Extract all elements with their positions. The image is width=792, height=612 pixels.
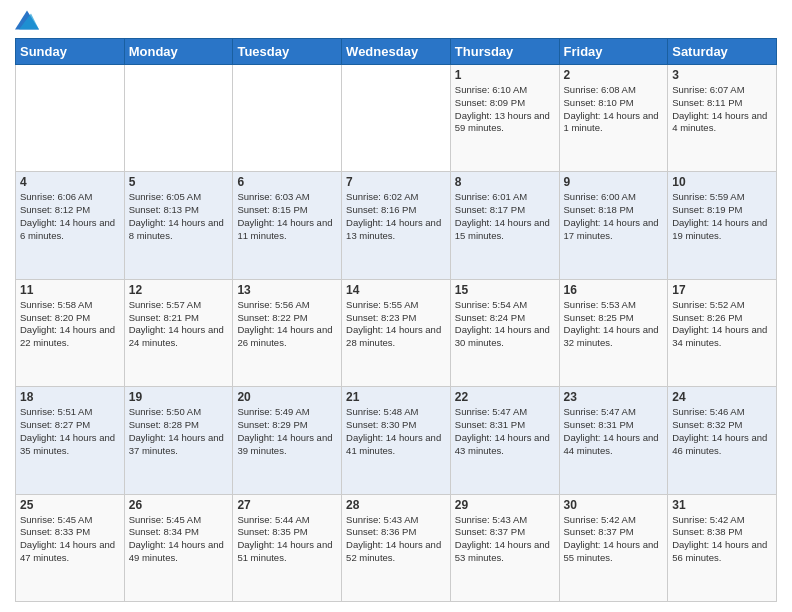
day-number: 4 [20, 175, 120, 189]
day-detail: Sunrise: 6:01 AM Sunset: 8:17 PM Dayligh… [455, 191, 555, 242]
day-detail: Sunrise: 6:07 AM Sunset: 8:11 PM Dayligh… [672, 84, 772, 135]
week-row: 25Sunrise: 5:45 AM Sunset: 8:33 PM Dayli… [16, 494, 777, 601]
weekday-header: Tuesday [233, 39, 342, 65]
day-cell: 24Sunrise: 5:46 AM Sunset: 8:32 PM Dayli… [668, 387, 777, 494]
day-number: 8 [455, 175, 555, 189]
day-detail: Sunrise: 6:02 AM Sunset: 8:16 PM Dayligh… [346, 191, 446, 242]
day-cell: 6Sunrise: 6:03 AM Sunset: 8:15 PM Daylig… [233, 172, 342, 279]
day-number: 18 [20, 390, 120, 404]
day-cell: 1Sunrise: 6:10 AM Sunset: 8:09 PM Daylig… [450, 65, 559, 172]
day-detail: Sunrise: 5:43 AM Sunset: 8:37 PM Dayligh… [455, 514, 555, 565]
day-number: 20 [237, 390, 337, 404]
day-cell: 3Sunrise: 6:07 AM Sunset: 8:11 PM Daylig… [668, 65, 777, 172]
day-cell: 22Sunrise: 5:47 AM Sunset: 8:31 PM Dayli… [450, 387, 559, 494]
day-number: 15 [455, 283, 555, 297]
day-cell: 17Sunrise: 5:52 AM Sunset: 8:26 PM Dayli… [668, 279, 777, 386]
logo-icon [15, 10, 39, 30]
day-cell: 9Sunrise: 6:00 AM Sunset: 8:18 PM Daylig… [559, 172, 668, 279]
day-number: 2 [564, 68, 664, 82]
day-number: 7 [346, 175, 446, 189]
day-cell: 15Sunrise: 5:54 AM Sunset: 8:24 PM Dayli… [450, 279, 559, 386]
day-number: 31 [672, 498, 772, 512]
day-cell: 26Sunrise: 5:45 AM Sunset: 8:34 PM Dayli… [124, 494, 233, 601]
day-cell: 4Sunrise: 6:06 AM Sunset: 8:12 PM Daylig… [16, 172, 125, 279]
day-cell: 27Sunrise: 5:44 AM Sunset: 8:35 PM Dayli… [233, 494, 342, 601]
weekday-header: Wednesday [342, 39, 451, 65]
day-number: 17 [672, 283, 772, 297]
day-cell: 11Sunrise: 5:58 AM Sunset: 8:20 PM Dayli… [16, 279, 125, 386]
day-cell [233, 65, 342, 172]
day-detail: Sunrise: 6:08 AM Sunset: 8:10 PM Dayligh… [564, 84, 664, 135]
day-detail: Sunrise: 5:56 AM Sunset: 8:22 PM Dayligh… [237, 299, 337, 350]
day-detail: Sunrise: 5:45 AM Sunset: 8:34 PM Dayligh… [129, 514, 229, 565]
weekday-header: Friday [559, 39, 668, 65]
day-detail: Sunrise: 5:55 AM Sunset: 8:23 PM Dayligh… [346, 299, 446, 350]
weekday-header: Thursday [450, 39, 559, 65]
day-detail: Sunrise: 5:44 AM Sunset: 8:35 PM Dayligh… [237, 514, 337, 565]
day-cell: 20Sunrise: 5:49 AM Sunset: 8:29 PM Dayli… [233, 387, 342, 494]
day-number: 29 [455, 498, 555, 512]
day-detail: Sunrise: 6:00 AM Sunset: 8:18 PM Dayligh… [564, 191, 664, 242]
day-number: 1 [455, 68, 555, 82]
day-number: 9 [564, 175, 664, 189]
day-cell: 16Sunrise: 5:53 AM Sunset: 8:25 PM Dayli… [559, 279, 668, 386]
day-detail: Sunrise: 5:42 AM Sunset: 8:37 PM Dayligh… [564, 514, 664, 565]
logo [15, 10, 41, 30]
day-detail: Sunrise: 5:48 AM Sunset: 8:30 PM Dayligh… [346, 406, 446, 457]
day-number: 16 [564, 283, 664, 297]
calendar-body: 1Sunrise: 6:10 AM Sunset: 8:09 PM Daylig… [16, 65, 777, 602]
day-cell: 30Sunrise: 5:42 AM Sunset: 8:37 PM Dayli… [559, 494, 668, 601]
day-cell: 10Sunrise: 5:59 AM Sunset: 8:19 PM Dayli… [668, 172, 777, 279]
day-detail: Sunrise: 5:46 AM Sunset: 8:32 PM Dayligh… [672, 406, 772, 457]
day-number: 22 [455, 390, 555, 404]
day-number: 13 [237, 283, 337, 297]
day-number: 19 [129, 390, 229, 404]
day-detail: Sunrise: 5:45 AM Sunset: 8:33 PM Dayligh… [20, 514, 120, 565]
day-cell: 18Sunrise: 5:51 AM Sunset: 8:27 PM Dayli… [16, 387, 125, 494]
day-cell: 2Sunrise: 6:08 AM Sunset: 8:10 PM Daylig… [559, 65, 668, 172]
day-cell: 13Sunrise: 5:56 AM Sunset: 8:22 PM Dayli… [233, 279, 342, 386]
day-number: 5 [129, 175, 229, 189]
day-detail: Sunrise: 5:49 AM Sunset: 8:29 PM Dayligh… [237, 406, 337, 457]
day-detail: Sunrise: 5:57 AM Sunset: 8:21 PM Dayligh… [129, 299, 229, 350]
week-row: 11Sunrise: 5:58 AM Sunset: 8:20 PM Dayli… [16, 279, 777, 386]
day-cell: 8Sunrise: 6:01 AM Sunset: 8:17 PM Daylig… [450, 172, 559, 279]
day-number: 26 [129, 498, 229, 512]
day-number: 23 [564, 390, 664, 404]
day-number: 11 [20, 283, 120, 297]
day-detail: Sunrise: 5:59 AM Sunset: 8:19 PM Dayligh… [672, 191, 772, 242]
week-row: 18Sunrise: 5:51 AM Sunset: 8:27 PM Dayli… [16, 387, 777, 494]
day-number: 21 [346, 390, 446, 404]
day-detail: Sunrise: 6:10 AM Sunset: 8:09 PM Dayligh… [455, 84, 555, 135]
calendar-header: SundayMondayTuesdayWednesdayThursdayFrid… [16, 39, 777, 65]
day-number: 6 [237, 175, 337, 189]
day-cell [16, 65, 125, 172]
day-detail: Sunrise: 6:03 AM Sunset: 8:15 PM Dayligh… [237, 191, 337, 242]
day-number: 3 [672, 68, 772, 82]
weekday-header: Sunday [16, 39, 125, 65]
day-number: 10 [672, 175, 772, 189]
day-detail: Sunrise: 5:54 AM Sunset: 8:24 PM Dayligh… [455, 299, 555, 350]
day-cell: 12Sunrise: 5:57 AM Sunset: 8:21 PM Dayli… [124, 279, 233, 386]
day-cell: 7Sunrise: 6:02 AM Sunset: 8:16 PM Daylig… [342, 172, 451, 279]
day-cell: 23Sunrise: 5:47 AM Sunset: 8:31 PM Dayli… [559, 387, 668, 494]
header [15, 10, 777, 30]
day-cell: 29Sunrise: 5:43 AM Sunset: 8:37 PM Dayli… [450, 494, 559, 601]
day-number: 27 [237, 498, 337, 512]
day-cell: 28Sunrise: 5:43 AM Sunset: 8:36 PM Dayli… [342, 494, 451, 601]
day-detail: Sunrise: 5:42 AM Sunset: 8:38 PM Dayligh… [672, 514, 772, 565]
day-detail: Sunrise: 5:43 AM Sunset: 8:36 PM Dayligh… [346, 514, 446, 565]
day-detail: Sunrise: 5:51 AM Sunset: 8:27 PM Dayligh… [20, 406, 120, 457]
day-detail: Sunrise: 5:52 AM Sunset: 8:26 PM Dayligh… [672, 299, 772, 350]
day-cell: 5Sunrise: 6:05 AM Sunset: 8:13 PM Daylig… [124, 172, 233, 279]
day-number: 24 [672, 390, 772, 404]
calendar-page: SundayMondayTuesdayWednesdayThursdayFrid… [0, 0, 792, 612]
header-row: SundayMondayTuesdayWednesdayThursdayFrid… [16, 39, 777, 65]
day-detail: Sunrise: 6:06 AM Sunset: 8:12 PM Dayligh… [20, 191, 120, 242]
day-number: 28 [346, 498, 446, 512]
day-cell: 21Sunrise: 5:48 AM Sunset: 8:30 PM Dayli… [342, 387, 451, 494]
day-cell: 14Sunrise: 5:55 AM Sunset: 8:23 PM Dayli… [342, 279, 451, 386]
day-number: 12 [129, 283, 229, 297]
day-cell: 19Sunrise: 5:50 AM Sunset: 8:28 PM Dayli… [124, 387, 233, 494]
calendar-table: SundayMondayTuesdayWednesdayThursdayFrid… [15, 38, 777, 602]
